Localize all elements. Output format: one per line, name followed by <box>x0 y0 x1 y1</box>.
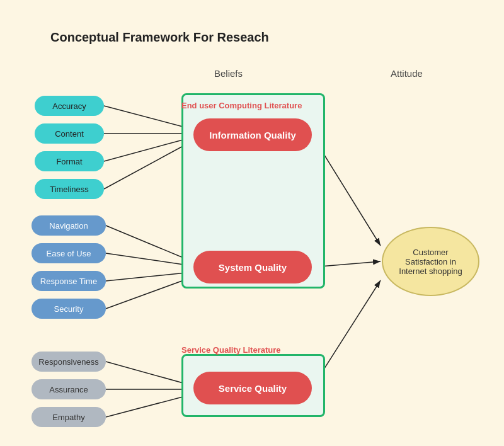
ease-of-use-pill: Ease of Use <box>32 243 106 263</box>
attitude-label: Attitude <box>391 68 423 79</box>
page-title: Conceptual Framework For Reseach <box>50 30 269 45</box>
security-pill: Security <box>32 299 106 319</box>
beliefs-label: Beliefs <box>214 68 243 79</box>
literature-top-label: End user Computing Literature <box>181 101 302 110</box>
empathy-pill: Empathy <box>32 407 106 427</box>
svg-line-5 <box>106 226 192 261</box>
customer-satisfaction-ellipse: CustomerSatisfaction inInternet shopping <box>382 227 479 296</box>
svg-line-1 <box>104 106 192 129</box>
svg-line-11 <box>106 394 192 417</box>
response-time-pill: Response Time <box>32 271 106 291</box>
navigation-pill: Navigation <box>32 215 106 236</box>
format-pill: Format <box>35 151 104 171</box>
literature-bottom-label: Service Quality Literature <box>181 345 281 355</box>
svg-line-3 <box>104 137 192 161</box>
svg-line-7 <box>106 272 192 281</box>
svg-line-4 <box>104 141 192 189</box>
svg-line-6 <box>106 253 192 266</box>
satisfaction-text: CustomerSatisfaction inInternet shopping <box>399 248 462 276</box>
content-pill: Content <box>35 123 104 144</box>
service-quality-pill: Service Quality <box>193 372 312 404</box>
assurance-pill: Assurance <box>32 379 106 399</box>
accuracy-pill: Accuracy <box>35 96 104 116</box>
timeliness-pill: Timeliness <box>35 179 104 199</box>
system-quality-pill: System Quality <box>193 251 312 283</box>
responsiveness-pill: Responsiveness <box>32 352 106 372</box>
info-quality-pill: Information Quality <box>193 118 312 151</box>
svg-line-8 <box>106 277 192 309</box>
svg-line-9 <box>106 362 192 386</box>
